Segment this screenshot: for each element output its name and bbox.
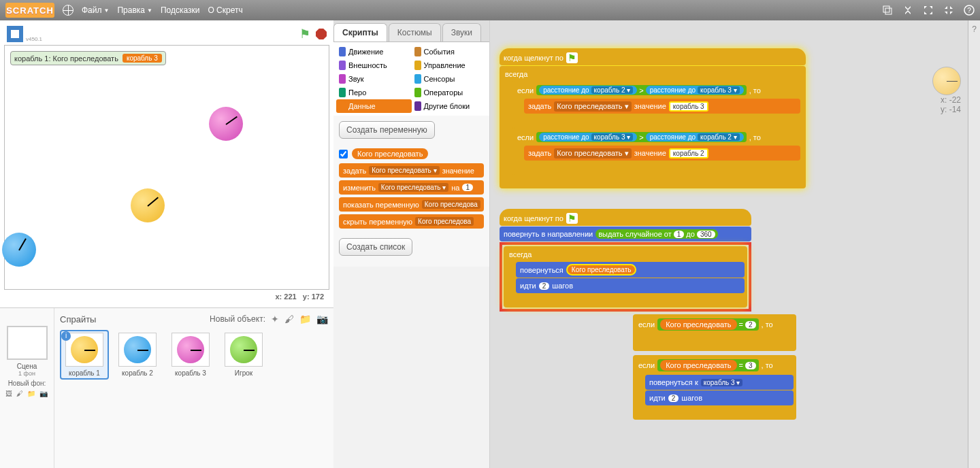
move-block[interactable]: идти2шагов: [516, 278, 745, 293]
fullscreen-icon[interactable]: [7, 26, 23, 42]
point-towards-block[interactable]: повернуться Кого преследовать: [516, 262, 745, 278]
sprite-info-icon[interactable]: i: [61, 331, 71, 341]
variable-reporter[interactable]: Кого преследовать: [566, 264, 637, 275]
hat-green-flag[interactable]: когда щелкнут по⚑: [500, 48, 806, 65]
menu-about[interactable]: О Скретч: [208, 5, 242, 15]
sprite-library-icon[interactable]: ✦: [271, 314, 279, 324]
forever-block[interactable]: всегда если расстояние докорабль 2 ▾ > р…: [500, 66, 806, 188]
if-block[interactable]: если Кого преследовать = 3 , то повернут…: [633, 355, 796, 420]
category-item[interactable]: Сенсоры: [412, 72, 487, 86]
category-item[interactable]: Управление: [412, 58, 487, 72]
sprite-ship1[interactable]: [131, 188, 165, 222]
green-flag-icon[interactable]: ⚑: [299, 27, 310, 41]
backdrop-upload-icon[interactable]: 📁: [27, 390, 35, 397]
variable-checkbox[interactable]: [339, 150, 348, 158]
set-variable-block[interactable]: задать Кого преследовать ▾ значение кора…: [524, 99, 800, 114]
script-stack-3[interactable]: если Кого преследовать = 2 , то если: [633, 314, 796, 420]
forever-block[interactable]: всегда повернуться Кого преследовать идт…: [504, 246, 747, 307]
scripts-area[interactable]: x: -22 y: -14 когда щелкнут по⚑ всегда е…: [490, 20, 968, 468]
move-block[interactable]: идти2шагов: [645, 390, 794, 405]
operator-eq[interactable]: Кого преследовать = 3: [657, 359, 758, 371]
operator-random[interactable]: выдать случайное от1до360: [595, 229, 717, 239]
category-item[interactable]: Движение: [336, 45, 412, 58]
delete-icon[interactable]: [902, 5, 913, 16]
svg-text:?: ?: [967, 7, 971, 14]
script-stack-2[interactable]: когда щелкнут по⚑ повернуть в направлени…: [500, 208, 751, 312]
category-item[interactable]: События: [412, 45, 487, 58]
category-item[interactable]: Данные: [336, 99, 412, 113]
if-block[interactable]: если расстояние докорабль 3 ▾ > расстоян…: [512, 128, 803, 175]
blocks-column: Скрипты Костюмы Звуки ДвижениеСобытияВне…: [333, 20, 490, 468]
variable-reporter[interactable]: Кого преследовать: [352, 148, 428, 159]
backdrop-paint-icon[interactable]: 🖌: [16, 390, 23, 397]
palette-show-block[interactable]: показать переменнуюКого преследова: [339, 197, 484, 212]
operator-gt[interactable]: расстояние докорабль 2 ▾ > расстояние до…: [536, 85, 747, 95]
tab-sounds[interactable]: Звуки: [442, 23, 481, 41]
category-label: События: [424, 48, 455, 56]
tab-costumes[interactable]: Костюмы: [389, 23, 441, 41]
grow-icon[interactable]: [923, 5, 934, 16]
sensing-distance[interactable]: расстояние докорабль 2 ▾: [539, 86, 637, 95]
duplicate-icon[interactable]: [882, 5, 893, 16]
category-item[interactable]: Операторы: [412, 86, 487, 99]
text-input[interactable]: корабль 3: [669, 101, 708, 112]
category-swatch: [414, 101, 421, 111]
palette-hide-block[interactable]: скрыть переменнуюКого преследова: [339, 214, 484, 229]
backdrop-camera-icon[interactable]: 📷: [39, 390, 48, 397]
operator-eq[interactable]: Кого преследовать = 2: [657, 318, 758, 331]
palette-set-block[interactable]: задатьКого преследовать ▾значение: [339, 163, 484, 178]
top-menubar: SCRATCH Файл▼ Правка▼ Подсказки О Скретч…: [0, 0, 980, 20]
menu-edit[interactable]: Правка▼: [117, 5, 152, 15]
sprite-panel: Сцена 1 фон Новый фон: 🖼 🖌 📁 📷 Спрайты Н…: [0, 307, 333, 468]
point-towards-block[interactable]: повернуться к корабль 3 ▾: [645, 375, 794, 390]
sprite-item[interactable]: корабль 3: [166, 330, 215, 380]
make-variable-button[interactable]: Создать переменную: [339, 121, 435, 139]
set-variable-block[interactable]: задать Кого преследовать ▾ значение кора…: [524, 146, 800, 161]
sprite-item[interactable]: iкорабль 1: [60, 330, 109, 380]
sensing-distance[interactable]: расстояние докорабль 3 ▾: [646, 86, 744, 95]
sprite-item[interactable]: Игрок: [219, 330, 268, 380]
stage-selector[interactable]: Сцена 1 фон Новый фон: 🖼 🖌 📁 📷: [0, 308, 54, 468]
new-sprite-label: Новый объект:: [210, 314, 265, 324]
variable-monitor[interactable]: корабль 1: Кого преследовать корабль 3: [10, 51, 166, 65]
menu-file[interactable]: Файл▼: [82, 5, 109, 15]
help-icon[interactable]: ?: [972, 24, 977, 34]
svg-rect-1: [885, 8, 892, 14]
category-item[interactable]: Звук: [336, 72, 412, 86]
shrink-icon[interactable]: [943, 5, 954, 16]
category-item[interactable]: Внешность: [336, 58, 412, 72]
sprite-ship3[interactable]: [209, 107, 243, 141]
menu-tips[interactable]: Подсказки: [161, 5, 200, 15]
scratch-logo[interactable]: SCRATCH: [5, 3, 54, 18]
category-swatch: [414, 88, 421, 97]
sprite-paint-icon[interactable]: 🖌: [284, 314, 294, 324]
stage-thumbnail[interactable]: [7, 326, 48, 360]
hat-green-flag[interactable]: когда щелкнут по⚑: [500, 209, 751, 226]
monitor-value: корабль 3: [122, 54, 162, 63]
category-item[interactable]: Другие блоки: [412, 99, 487, 113]
stage[interactable]: корабль 1: Кого преследовать корабль 3: [4, 45, 329, 290]
category-item[interactable]: Перо: [336, 86, 412, 99]
text-input[interactable]: корабль 2: [669, 148, 708, 158]
sprite-thumbnail-icon: [932, 67, 961, 95]
help-icon[interactable]: ?: [964, 5, 975, 16]
sprite-item[interactable]: корабль 2: [113, 330, 162, 380]
if-block[interactable]: если Кого преследовать = 2 , то: [633, 314, 796, 351]
sprite-upload-icon[interactable]: 📁: [299, 314, 311, 324]
highlight-box: всегда повернуться Кого преследовать идт…: [500, 242, 751, 312]
if-block[interactable]: если расстояние докорабль 2 ▾ > расстоян…: [512, 81, 803, 128]
point-direction-block[interactable]: повернуть в направлении выдать случайное…: [500, 227, 751, 241]
tab-scripts[interactable]: Скрипты: [333, 23, 387, 41]
sprite-camera-icon[interactable]: 📷: [316, 314, 328, 324]
make-list-button[interactable]: Создать список: [339, 238, 412, 256]
language-icon[interactable]: [63, 5, 74, 16]
script-stack-1[interactable]: когда щелкнут по⚑ всегда если расстояние…: [500, 48, 806, 188]
backdrop-library-icon[interactable]: 🖼: [5, 390, 12, 397]
palette-change-block[interactable]: изменитьКого преследовать ▾на1: [339, 180, 484, 195]
operator-gt[interactable]: расстояние докорабль 3 ▾ > расстояние до…: [536, 132, 747, 142]
category-label: Другие блоки: [424, 102, 470, 110]
sprite-name: Игрок: [222, 369, 265, 377]
stop-icon[interactable]: [316, 29, 327, 39]
tips-panel-collapsed[interactable]: ?: [968, 20, 980, 468]
sprite-ship2[interactable]: [2, 233, 36, 267]
